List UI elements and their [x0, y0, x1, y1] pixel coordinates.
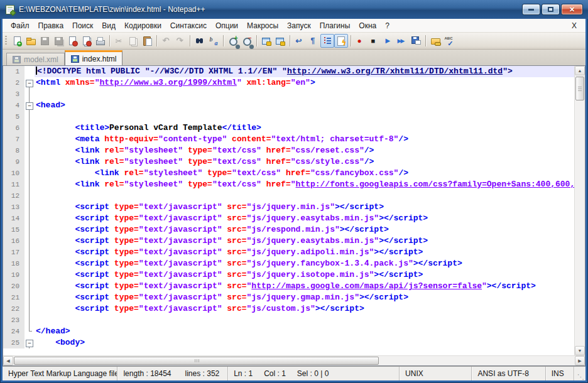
fold-margin	[24, 258, 35, 269]
spell-check-button[interactable]	[442, 34, 456, 48]
code-line[interactable]: 16 <script type="text/javascript" src="j…	[3, 235, 574, 247]
window-content: ФайлПравкаПоискВидКодировкиСинтаксисОпци…	[3, 19, 585, 380]
code-line[interactable]: 1<!DOCTYPE html PUBLIC "-//W3C//DTD XHTM…	[3, 66, 574, 77]
new-file-button[interactable]	[10, 34, 24, 48]
menu-item[interactable]: Макросы	[242, 19, 283, 32]
line-number: 4	[3, 100, 24, 111]
sync-h-button[interactable]	[273, 34, 287, 48]
code-line[interactable]: 22 <script type="text/javascript" src="j…	[3, 303, 574, 315]
user-dlg-button[interactable]	[334, 34, 348, 48]
scroll-up-arrow-icon[interactable]: ▲	[575, 66, 585, 75]
copy-icon	[128, 36, 139, 46]
menu-item[interactable]: Синтаксис	[166, 19, 211, 32]
scroll-left-arrow-icon[interactable]: ◀	[3, 356, 13, 365]
vertical-scroll-thumb[interactable]	[575, 77, 584, 100]
tab-model-xml[interactable]: model.xml	[6, 53, 65, 65]
code-text: <html xmlns="http://www.w3.org/1999/xhtm…	[35, 77, 574, 89]
show-all-button[interactable]	[307, 34, 320, 48]
macro-record-button[interactable]	[354, 34, 368, 48]
status-encoding[interactable]: ANSI as UTF-8	[472, 367, 545, 380]
menu-item[interactable]: Кодировки	[120, 19, 166, 32]
resize-grip[interactable]	[574, 367, 585, 380]
menu-item[interactable]: Файл	[6, 19, 34, 32]
status-typing-mode[interactable]: INS	[546, 367, 574, 380]
code-line[interactable]: 19 <script type="text/javascript" src="j…	[3, 269, 574, 281]
menu-item[interactable]: Опции	[211, 19, 242, 32]
replace-button[interactable]	[207, 34, 220, 48]
menu-item[interactable]: Поиск	[68, 19, 97, 32]
code-line[interactable]: 9 <link rel="stylesheet" type="text/css"…	[3, 156, 574, 168]
code-line[interactable]: 5	[3, 111, 574, 122]
notepad-plus-plus-window: E:\WEBZONA\TEMPLATE\zwin\index.html - No…	[0, 0, 588, 383]
horizontal-scroll-thumb[interactable]	[14, 357, 379, 365]
code-line[interactable]: 7 <meta http-equiv="content-type" conten…	[3, 134, 574, 145]
fold-toggle-icon[interactable]	[24, 77, 35, 89]
menu-item[interactable]: Запуск	[283, 19, 315, 32]
close-button[interactable]: ✕	[561, 4, 583, 15]
titlebar[interactable]: E:\WEBZONA\TEMPLATE\zwin\index.html - No…	[0, 0, 588, 19]
vertical-scroll-track[interactable]	[575, 75, 585, 346]
menu-item[interactable]: Правка	[34, 19, 68, 32]
fold-margin	[24, 315, 35, 326]
code-line[interactable]: 3	[3, 89, 574, 100]
menu-item[interactable]: Плагины	[315, 19, 355, 32]
folder-chain-button[interactable]	[428, 34, 442, 48]
code-lines[interactable]: 1<!DOCTYPE html PUBLIC "-//W3C//DTD XHTM…	[3, 66, 574, 355]
code-line[interactable]: 21 <script type="text/javascript" src="j…	[3, 292, 574, 303]
code-line[interactable]: 18 <script type="text/javascript" src="j…	[3, 258, 574, 269]
zoom-in-button[interactable]	[226, 34, 240, 48]
macro-play-button[interactable]	[381, 34, 395, 48]
menu-item[interactable]: ?	[381, 19, 394, 32]
code-line[interactable]: 24</head>	[3, 326, 574, 337]
code-line[interactable]: 2<html xmlns="http://www.w3.org/1999/xht…	[3, 77, 574, 89]
window-title: E:\WEBZONA\TEMPLATE\zwin\index.html - No…	[19, 5, 205, 14]
menu-item[interactable]: Окна	[354, 19, 381, 32]
status-eol-format[interactable]: UNIX	[400, 367, 472, 380]
restore-button[interactable]	[542, 4, 560, 15]
close-document-button[interactable]: X	[568, 21, 580, 30]
code-line[interactable]: 15 <script type="text/javascript" src="j…	[3, 224, 574, 235]
zoom-out-button[interactable]	[240, 34, 254, 48]
minimize-button[interactable]	[522, 4, 540, 15]
find-button[interactable]	[193, 34, 207, 48]
macro-save-button[interactable]	[409, 34, 423, 48]
code-line[interactable]: 4<head>	[3, 100, 574, 111]
code-line[interactable]: 25 <body>	[3, 337, 574, 348]
macro-multi-button[interactable]	[395, 34, 409, 48]
scroll-right-arrow-icon[interactable]: ▶	[575, 356, 585, 365]
code-text	[35, 89, 574, 100]
code-line[interactable]: 10 <link rel="stylesheet" type="text/css…	[3, 168, 574, 179]
indent-guide-icon	[322, 36, 333, 46]
word-wrap-button[interactable]	[293, 34, 307, 48]
macro-stop-button[interactable]	[368, 34, 381, 48]
undo-button	[160, 34, 173, 48]
horizontal-scroll-track[interactable]	[13, 356, 575, 365]
tab-index-html[interactable]: index.html	[65, 50, 123, 65]
code-line[interactable]: 20 <script type="text/javascript" src="h…	[3, 281, 574, 292]
code-line[interactable]: 12	[3, 190, 574, 202]
code-line[interactable]: 8 <link rel="stylesheet" type="text/css"…	[3, 145, 574, 156]
print-button[interactable]	[93, 34, 107, 48]
code-line[interactable]: 6 <title>Personal vCard Template</title>	[3, 122, 574, 134]
open-file-button[interactable]	[24, 34, 38, 48]
fold-toggle-icon[interactable]	[24, 100, 35, 111]
close-file-button[interactable]	[65, 34, 79, 48]
toolbar-separator	[290, 35, 290, 46]
macro-multi-icon	[397, 36, 408, 46]
indent-guide-button[interactable]	[320, 34, 334, 48]
code-line[interactable]: 14 <script type="text/javascript" src="j…	[3, 213, 574, 224]
code-line[interactable]: 11 <link rel="stylesheet" type="text/css…	[3, 179, 574, 190]
fold-toggle-icon[interactable]	[24, 337, 35, 348]
paste-button[interactable]	[140, 34, 154, 48]
code-line[interactable]: 13 <script type="text/javascript" src="j…	[3, 202, 574, 213]
code-line[interactable]: 23	[3, 315, 574, 326]
print-icon	[95, 36, 106, 46]
close-all-button[interactable]	[79, 34, 93, 48]
sync-v-button[interactable]	[259, 34, 273, 48]
menu-item[interactable]: Вид	[97, 19, 120, 32]
vertical-scrollbar[interactable]: ▲ ▼	[574, 66, 585, 355]
code-text: <script type="text/javascript" src="http…	[35, 281, 574, 292]
horizontal-scrollbar[interactable]: ◀ ▶	[3, 355, 585, 365]
code-line[interactable]: 17 <script type="text/javascript" src="j…	[3, 247, 574, 258]
scroll-down-arrow-icon[interactable]: ▼	[575, 346, 585, 355]
